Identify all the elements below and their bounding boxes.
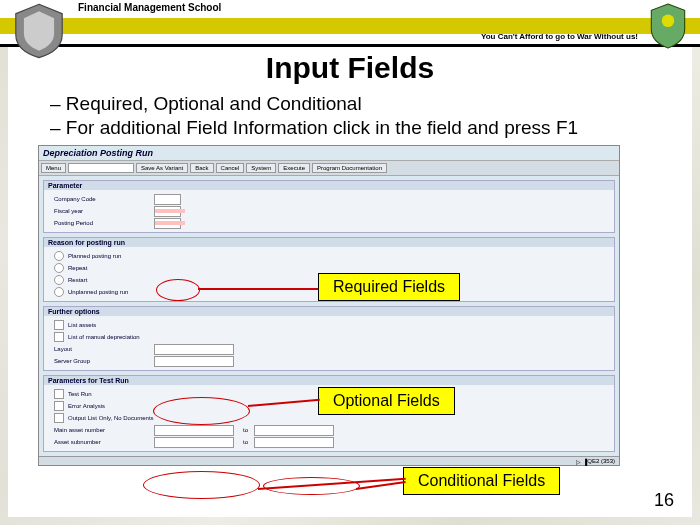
radio-unplanned[interactable] [54,287,64,297]
radio-repeat[interactable] [54,263,64,273]
docs-button[interactable]: Program Documentation [312,163,387,173]
cb-output[interactable] [54,413,64,423]
app-title: Depreciation Posting Run [39,146,619,160]
header-bar: Financial Management School You Can't Af… [0,0,700,47]
menu-button[interactable]: Menu [41,163,66,173]
callout-conditional: Conditional Fields [403,467,560,495]
school-name: Financial Management School [78,2,221,13]
layout-field[interactable] [154,344,234,355]
callout-optional: Optional Fields [318,387,455,415]
command-input[interactable] [68,163,134,173]
cb-error[interactable] [54,401,64,411]
execute-button[interactable]: Execute [278,163,310,173]
cb-list-assets[interactable] [54,320,64,330]
sub-asset-from[interactable] [154,437,234,448]
tagline: You Can't Afford to go to War Without us… [481,32,638,41]
cb-manual-dep[interactable] [54,332,64,342]
page-title: Input Fields [28,51,672,85]
back-button[interactable]: Back [190,163,213,173]
crest-left-icon [10,2,68,60]
status-bar: ▷ QE2 (353) ▐ [39,456,619,465]
panel-parameter: Parameter Company Code Fiscal year Posti… [43,180,615,233]
bullet-item: For additional Field Information click i… [68,117,672,139]
main-asset-to[interactable] [254,425,334,436]
main-asset-from[interactable] [154,425,234,436]
fiscal-field[interactable] [154,206,181,217]
cancel-button[interactable]: Cancel [216,163,245,173]
sub-asset-to[interactable] [254,437,334,448]
callout-required: Required Fields [318,273,460,301]
radio-restart[interactable] [54,275,64,285]
bullet-list: Required, Optional and Conditional For a… [68,93,672,139]
company-field[interactable] [154,194,181,205]
system-button[interactable]: System [246,163,276,173]
app-screenshot: Depreciation Posting Run Menu Save As Va… [38,145,620,466]
server-field[interactable] [154,356,234,367]
svg-point-0 [662,15,675,28]
toolbar: Menu Save As Variant Back Cancel System … [39,160,619,176]
crest-right-icon [646,2,690,50]
panel-options: Further options List assets List of manu… [43,306,615,371]
circle-annotation [143,471,260,499]
period-field[interactable] [154,218,181,229]
bullet-item: Required, Optional and Conditional [68,93,672,115]
leader-line [258,478,406,490]
slide-content: Input Fields Required, Optional and Cond… [8,47,692,517]
cb-testrun[interactable] [54,389,64,399]
circle-annotation [263,477,360,495]
page-number: 16 [654,490,674,511]
save-variant-button[interactable]: Save As Variant [136,163,188,173]
radio-planned[interactable] [54,251,64,261]
leader-line [356,481,406,489]
